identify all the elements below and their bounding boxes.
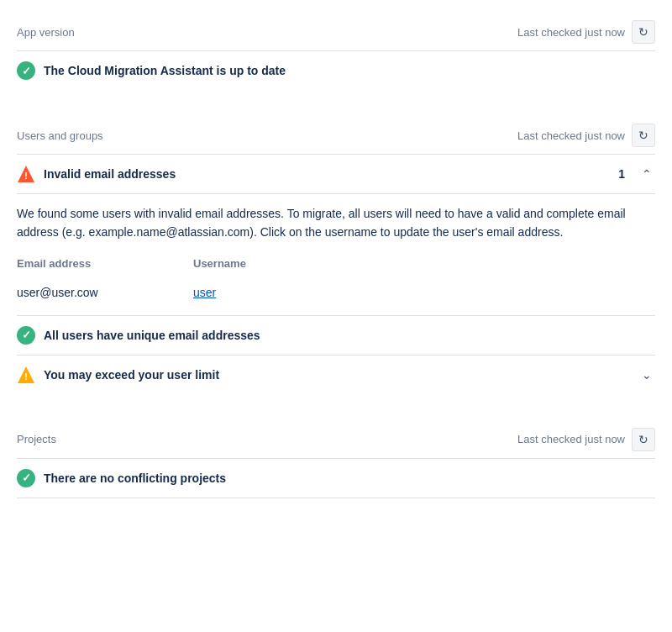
users-groups-refresh-button[interactable]: ↻ xyxy=(632,124,655,147)
col-username-header: Username xyxy=(193,255,246,273)
app-version-header-right: Last checked just now ↻ xyxy=(517,20,655,44)
svg-text:!: ! xyxy=(24,371,28,382)
invalid-email-description: We found some users with invalid email a… xyxy=(17,204,655,242)
user-limit-check-row: ! You may exceed your user limit ⌄ xyxy=(17,355,655,394)
unique-email-check-row: All users have unique email addresses xyxy=(17,315,655,355)
users-groups-header-right: Last checked just now ↻ xyxy=(517,124,655,147)
app-version-header: App version Last checked just now ↻ xyxy=(17,13,655,50)
invalid-email-collapse-button[interactable]: ⌃ xyxy=(638,166,655,182)
page-container: App version Last checked just now ↻ The … xyxy=(0,0,672,519)
user-limit-expand-button[interactable]: ⌄ xyxy=(638,366,655,383)
error-icon: ! xyxy=(17,165,35,183)
warning-icon-svg: ! xyxy=(17,366,35,384)
projects-label: Projects xyxy=(17,433,56,445)
error-icon-svg: ! xyxy=(17,165,35,183)
projects-header-right: Last checked just now ↻ xyxy=(517,428,655,451)
app-version-refresh-button[interactable]: ↻ xyxy=(632,20,655,44)
users-groups-header: Users and groups Last checked just now ↻ xyxy=(17,117,655,154)
success-icon xyxy=(17,61,35,80)
users-groups-label: Users and groups xyxy=(17,129,103,142)
projects-check-row: There are no conflicting projects xyxy=(17,458,655,498)
projects-success-icon xyxy=(17,469,35,487)
projects-section: Projects Last checked just now ↻ There a… xyxy=(17,421,655,498)
user-limit-label: You may exceed your user limit xyxy=(44,368,630,382)
app-version-check-row: The Cloud Migration Assistant is up to d… xyxy=(17,50,655,90)
unique-email-success-icon xyxy=(17,326,35,345)
app-version-last-checked: Last checked just now xyxy=(517,26,625,39)
app-version-check-label: The Cloud Migration Assistant is up to d… xyxy=(44,64,655,77)
spacer-1 xyxy=(17,97,655,117)
warning-icon: ! xyxy=(17,366,35,384)
app-version-label: App version xyxy=(17,26,75,39)
col-email-header: Email address xyxy=(17,255,126,273)
invalid-email-row: ! Invalid email addresses 1 ⌃ xyxy=(17,154,655,193)
projects-refresh-button[interactable]: ↻ xyxy=(632,428,655,451)
users-groups-last-checked: Last checked just now xyxy=(517,129,625,142)
invalid-email-expanded: We found some users with invalid email a… xyxy=(17,193,655,315)
unique-email-label: All users have unique email addresses xyxy=(44,329,655,342)
spacer-2 xyxy=(17,401,655,421)
refresh-icon-3: ↻ xyxy=(638,433,648,446)
projects-header: Projects Last checked just now ↻ xyxy=(17,421,655,458)
invalid-email-label: Invalid email addresses xyxy=(44,167,610,181)
email-table-header: Email address Username xyxy=(17,255,655,276)
table-row: user@user.cow user xyxy=(17,283,655,302)
invalid-email-count: 1 xyxy=(618,167,625,181)
projects-bottom-divider xyxy=(17,498,655,498)
invalid-email-check: ! Invalid email addresses 1 ⌃ We found s… xyxy=(17,154,655,315)
email-value: user@user.cow xyxy=(17,283,126,302)
refresh-icon-2: ↻ xyxy=(638,129,648,142)
users-groups-section: Users and groups Last checked just now ↻… xyxy=(17,117,655,394)
app-version-section: App version Last checked just now ↻ The … xyxy=(17,13,655,90)
projects-last-checked: Last checked just now xyxy=(517,433,625,445)
username-link[interactable]: user xyxy=(193,283,216,302)
svg-text:!: ! xyxy=(24,171,28,181)
projects-check-label: There are no conflicting projects xyxy=(44,471,655,485)
refresh-icon: ↻ xyxy=(638,25,648,39)
